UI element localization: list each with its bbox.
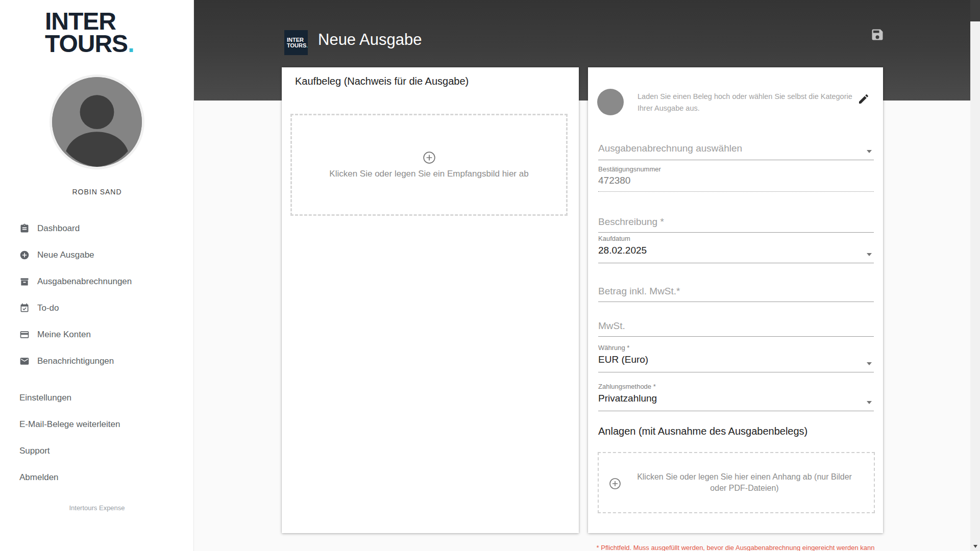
dashboard-icon (19, 223, 30, 234)
attachments-dropzone-label: Klicken Sie oder legen Sie hier einen An… (630, 453, 859, 512)
chevron-down-icon (867, 401, 872, 404)
logo-line2: TOURS (45, 30, 128, 57)
sidebar: INTER TOURS. ROBIN SAND Dashboard (0, 0, 194, 551)
sidebar-item-ausgabenabrechnungen[interactable]: Ausgabenabrechnungen (0, 268, 194, 295)
sidebar-item-meine-konten[interactable]: Meine Konten (0, 321, 194, 348)
header-logo-line2: TOURS. (287, 43, 308, 48)
header-logo: INTER TOURS. (284, 30, 308, 55)
vat-placeholder: MwSt. (598, 320, 874, 332)
sidebar-item-email-belege[interactable]: E-Mail-Belege weiterleiten (0, 411, 194, 438)
pencil-icon (857, 93, 870, 105)
sidebar-item-benachrichtigungen[interactable]: Benachrichtigungen (0, 348, 194, 374)
sidebar-secondary-nav: Einstellungen E-Mail-Belege weiterleiten… (0, 385, 194, 491)
category-avatar (597, 89, 624, 115)
app-root: INTER TOURS. ROBIN SAND Dashboard (0, 0, 980, 551)
confirmation-number-field[interactable]: Bestätigungsnummer 472380 (598, 164, 874, 192)
user-avatar (50, 74, 144, 169)
amount-field[interactable]: Betrag inkl. MwSt.* (598, 283, 874, 302)
add-circle-icon (19, 250, 30, 260)
edit-category-button[interactable] (857, 93, 870, 105)
vat-field[interactable]: MwSt. (598, 317, 874, 337)
sidebar-item-einstellungen[interactable]: Einstellungen (0, 385, 194, 411)
attachments-heading: Anlagen (mit Ausnahme des Ausgabenbelegs… (598, 425, 807, 437)
chevron-down-icon (867, 253, 872, 256)
receipt-card-title: Kaufbeleg (Nachweis für die Ausgabe) (295, 76, 469, 87)
arrow-down-icon (973, 545, 977, 548)
floppy-disk-icon (870, 28, 885, 42)
chevron-down-icon (867, 362, 872, 365)
intertours-logo: INTER TOURS. (45, 10, 134, 55)
receipt-dropzone-label: Klicken Sie oder legen Sie ein Empfangsb… (329, 169, 528, 179)
sidebar-nav: Dashboard Neue Ausgabe Ausgabenabrechnun… (0, 215, 194, 374)
logo-dot: . (128, 30, 134, 57)
description-placeholder: Beschreibung * (598, 216, 874, 228)
app-footer-label: Intertours Expense (0, 504, 194, 512)
purchase-date-label: Kaufdatum (598, 235, 874, 242)
sidebar-item-label: Dashboard (37, 223, 80, 234)
circle-plus-icon (423, 151, 436, 164)
payment-method-label: Zahlungsmethode * (598, 383, 874, 390)
confirmation-number-value: 472380 (598, 175, 874, 186)
receipt-card: Kaufbeleg (Nachweis für die Ausgabe) Kli… (282, 67, 579, 533)
payment-method-value: Privatzahlung (598, 393, 874, 404)
user-name: ROBIN SAND (0, 188, 194, 196)
sidebar-item-neue-ausgabe[interactable]: Neue Ausgabe (0, 242, 194, 268)
todo-check-icon (19, 303, 30, 313)
sidebar-item-label: To-do (37, 303, 59, 313)
currency-label: Währung * (598, 344, 874, 352)
payment-method-select[interactable]: Zahlungsmethode * Privatzahlung (598, 382, 874, 411)
sidebar-item-label: Ausgabenabrechnungen (37, 277, 132, 287)
sidebar-item-support[interactable]: Support (0, 438, 194, 464)
sidebar-item-abmelden[interactable]: Abmelden (0, 464, 194, 491)
page-title: Neue Ausgabe (318, 31, 422, 49)
mail-icon (19, 356, 30, 366)
attachments-dropzone[interactable]: Klicken Sie oder legen Sie hier einen An… (598, 452, 875, 513)
purchase-date-select[interactable]: Kaufdatum 28.02.2025 (598, 234, 874, 263)
required-field-note: * Pflichtfeld. Muss ausgefüllt werden, b… (588, 544, 883, 551)
sidebar-item-todo[interactable]: To-do (0, 295, 194, 321)
expense-report-select[interactable]: Ausgabenabrechnung auswählen (598, 139, 874, 160)
confirmation-number-label: Bestätigungsnummer (598, 165, 874, 173)
amount-placeholder: Betrag inkl. MwSt.* (598, 286, 874, 297)
sidebar-item-label: Benachrichtigungen (37, 356, 114, 366)
receipt-upload-dropzone[interactable]: Klicken Sie oder legen Sie ein Empfangsb… (290, 114, 568, 216)
sidebar-item-label: Neue Ausgabe (37, 250, 94, 260)
person-silhouette-icon (52, 77, 142, 167)
credit-card-icon (19, 330, 30, 340)
purchase-date-value: 28.02.2025 (598, 245, 874, 256)
circle-plus-icon (609, 478, 621, 490)
scrollbar-thumb[interactable] (970, 0, 980, 21)
currency-select[interactable]: Währung * EUR (Euro) (598, 343, 874, 372)
description-field[interactable]: Beschreibung * (598, 213, 874, 233)
form-intro-text: Laden Sie einen Beleg hoch oder wählen S… (638, 91, 868, 114)
sidebar-item-label: Meine Konten (37, 330, 91, 340)
expense-report-select-placeholder: Ausgabenabrechnung auswählen (598, 143, 874, 154)
expense-form-card: Laden Sie einen Beleg hoch oder wählen S… (588, 67, 883, 533)
currency-value: EUR (Euro) (598, 354, 874, 365)
chevron-down-icon (867, 150, 872, 153)
sidebar-item-dashboard[interactable]: Dashboard (0, 215, 194, 242)
archive-icon (19, 277, 30, 287)
save-button[interactable] (870, 28, 885, 42)
page-scrollbar (970, 0, 980, 551)
scrollbar-down-button[interactable] (970, 542, 980, 551)
